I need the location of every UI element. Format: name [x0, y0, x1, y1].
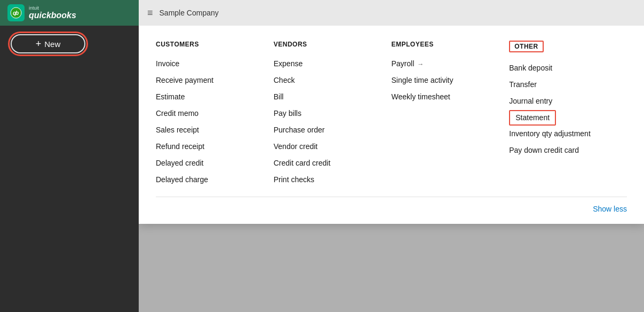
menu-item-credit-card-credit[interactable]: Credit card credit [274, 155, 383, 171]
menu-item-expense[interactable]: Expense [274, 56, 383, 72]
main-content: Statement List Report CUSTOMERS Invoice … [139, 26, 644, 312]
layout: + New Statement List Report CUSTOMERS In… [0, 26, 644, 312]
menu-item-journal-entry[interactable]: Journal entry [509, 93, 618, 110]
menu-item-bank-deposit[interactable]: Bank deposit [509, 60, 618, 76]
menu-item-inventory-qty-adjustment[interactable]: Inventory qty adjustment [509, 126, 618, 142]
svg-text:qb: qb [13, 10, 19, 16]
main-top-bar: ≡ Sample Company [139, 0, 644, 26]
sidebar-top: qb intuit quickbooks [0, 0, 139, 26]
other-column: OTHER Bank deposit Transfer Journal entr… [509, 41, 627, 188]
new-btn-container: + New [0, 26, 139, 60]
quickbooks-logo: qb intuit quickbooks [7, 4, 76, 21]
payroll-label: Payroll [392, 58, 415, 69]
show-less-button[interactable]: Show less [156, 202, 627, 213]
menu-item-print-checks[interactable]: Print checks [274, 171, 383, 188]
menu-item-sales-receipt[interactable]: Sales receipt [156, 122, 265, 138]
logo-text-group: intuit quickbooks [29, 5, 76, 20]
menu-item-bill[interactable]: Bill [274, 89, 383, 105]
menu-item-delayed-credit[interactable]: Delayed credit [156, 155, 265, 171]
menu-item-single-time-activity[interactable]: Single time activity [392, 72, 501, 89]
logo-intuit: intuit [29, 5, 76, 11]
top-bar: qb intuit quickbooks ≡ Sample Company [0, 0, 644, 26]
menu-item-check[interactable]: Check [274, 72, 383, 89]
customers-header: CUSTOMERS [156, 41, 265, 48]
employees-header: EMPLOYEES [392, 41, 501, 48]
sidebar: + New [0, 26, 139, 312]
payroll-arrow-icon: → [417, 59, 424, 69]
company-name: Sample Company [160, 9, 219, 17]
menu-item-invoice[interactable]: Invoice [156, 56, 265, 72]
payroll-row: Payroll → [392, 58, 501, 69]
menu-item-payroll[interactable]: Payroll → [392, 56, 501, 72]
menu-item-refund-receipt[interactable]: Refund receipt [156, 138, 265, 155]
new-btn-plus-icon: + [36, 38, 42, 50]
vendors-header: VENDORS [274, 41, 383, 48]
qb-logo-icon: qb [7, 4, 25, 21]
hamburger-icon[interactable]: ≡ [147, 7, 153, 19]
menu-item-weekly-timesheet[interactable]: Weekly timesheet [392, 89, 501, 105]
other-header: OTHER [509, 41, 544, 52]
dropdown-panel: CUSTOMERS Invoice Receive payment Estima… [139, 26, 644, 224]
menu-item-estimate[interactable]: Estimate [156, 89, 265, 105]
menu-item-delayed-charge[interactable]: Delayed charge [156, 171, 265, 188]
logo-qb: quickbooks [29, 11, 76, 20]
new-btn-label: New [44, 40, 60, 49]
menu-item-transfer[interactable]: Transfer [509, 76, 618, 93]
employees-column: EMPLOYEES Payroll → Single time activity… [392, 41, 510, 188]
vendors-column: VENDORS Expense Check Bill Pay bills Pur… [274, 41, 392, 188]
menu-item-pay-bills[interactable]: Pay bills [274, 105, 383, 122]
menu-item-receive-payment[interactable]: Receive payment [156, 72, 265, 89]
menu-item-purchase-order[interactable]: Purchase order [274, 122, 383, 138]
menu-item-credit-memo[interactable]: Credit memo [156, 105, 265, 122]
dropdown-grid: CUSTOMERS Invoice Receive payment Estima… [156, 41, 627, 188]
menu-item-pay-down-credit-card[interactable]: Pay down credit card [509, 142, 618, 159]
menu-item-statement[interactable]: Statement [509, 110, 556, 126]
new-button[interactable]: + New [11, 34, 85, 53]
menu-item-vendor-credit[interactable]: Vendor credit [274, 138, 383, 155]
dropdown-divider [156, 197, 627, 197]
customers-column: CUSTOMERS Invoice Receive payment Estima… [156, 41, 274, 188]
